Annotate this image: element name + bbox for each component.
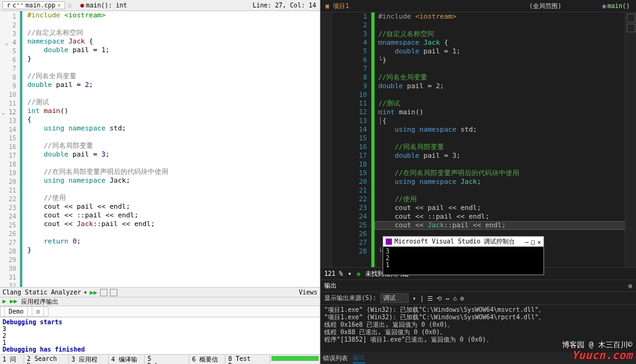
output-header: 应用程序输出 ▶ ▶▶ <box>0 297 320 306</box>
analyzer-label[interactable]: Clang Static Analyzer <box>2 289 81 296</box>
left-ide-pane: r c⁺⁺ main.cpp × ▥ ● main(): int Line: 2… <box>0 0 320 364</box>
play-all-icon[interactable]: ▶▶ <box>10 298 17 304</box>
bottom-tab[interactable]: 5 Debugger… <box>145 355 189 364</box>
toolstrip-btn[interactable] <box>627 14 635 22</box>
play-icon[interactable]: ▶ <box>2 298 6 304</box>
bottom-tab[interactable]: 8 Test Res… <box>225 355 270 364</box>
bottom-tab[interactable]: 4 编译输出 <box>109 355 145 364</box>
bottom-tab[interactable]: 6 概要信息 <box>189 355 225 364</box>
function-nav[interactable]: ● main(): int <box>76 2 130 9</box>
minimize-icon[interactable]: — <box>525 239 529 245</box>
current-line-highlight <box>375 221 636 230</box>
progress-bar <box>271 356 319 361</box>
dropdown-icon[interactable]: ▾ <box>83 289 87 296</box>
console-line: 3 <box>386 248 541 255</box>
perm-badge: r <box>7 2 11 9</box>
output-line: 3 <box>2 325 317 332</box>
output-panel-header: 输出 ⚙ <box>320 280 636 292</box>
output-settings-icon[interactable]: ⚙ <box>629 283 632 289</box>
tool-btn[interactable] <box>110 289 117 296</box>
bottom-tab[interactable]: 3 应用程序… <box>69 355 109 364</box>
left-code-content[interactable]: #include <iostream> //自定义名称空间 namespace … <box>20 11 320 287</box>
analyzer-bar: Clang Static Analyzer ▾ ▶▶ Views <box>0 287 320 297</box>
close-icon[interactable]: ⊠ <box>32 306 44 317</box>
output-title: 输出 <box>324 281 337 290</box>
right-line-gutter: 1234567891011121314151617181920212223242… <box>345 12 371 267</box>
zoom-dropdown-icon[interactable]: ▾ <box>348 270 352 277</box>
function-icon: ● <box>80 2 84 9</box>
bottom-tab-bar: 1 问题 2 Search R… 3 应用程序… 4 编译输出 5 Debugg… <box>0 354 320 364</box>
views-label[interactable]: Views <box>299 289 317 296</box>
cpp-file-icon: c⁺⁺ <box>12 2 24 9</box>
bottom-tab[interactable]: 2 Search R… <box>24 355 69 364</box>
output-line: 2 <box>2 332 317 339</box>
console-body: 3 2 1 <box>383 247 543 275</box>
tool-btn[interactable] <box>100 289 107 296</box>
output-tab-demo[interactable]: Demo ⊠ <box>0 306 48 317</box>
output-source-label: 显示输出来源(S): <box>324 294 376 303</box>
tab-splitter: ▥ <box>65 2 74 9</box>
watermark-site: Yuucn.com <box>571 348 632 362</box>
right-margin-strip <box>320 12 333 267</box>
project-crumb[interactable]: ▣ 项目1 <box>320 2 354 11</box>
watermark-blog: 博客园 @ 木三百川© <box>562 340 632 350</box>
output-label: 应用程序输出 <box>21 298 58 305</box>
debug-console-window[interactable]: Microsoft Visual Studio 调试控制台 — □ ✕ 3 2 … <box>383 236 544 275</box>
console-titlebar[interactable]: Microsoft Visual Studio 调试控制台 — □ ✕ <box>383 237 543 247</box>
output-body: Debugging starts 3 2 1 Debugging has fin… <box>0 317 320 354</box>
maximize-icon[interactable]: □ <box>531 239 535 245</box>
tab-filename: main.cpp <box>25 2 55 9</box>
right-tool-strip <box>625 12 636 267</box>
vs-icon <box>386 239 392 245</box>
output-source-bar: 显示输出来源(S): 调试 ▾ | ☰ ⟲ ↔ ⌂ ⚙ <box>320 292 636 305</box>
zoom-level[interactable]: 121 % <box>324 270 343 277</box>
right-editor[interactable]: 1234567891011121314151617181920212223242… <box>320 12 636 267</box>
tab-output[interactable]: 输出 <box>353 353 365 363</box>
output-toolbar[interactable]: ▾ | ☰ ⟲ ↔ ⌂ ⚙ <box>412 295 464 302</box>
scope-selector[interactable]: (全局范围) <box>529 2 561 11</box>
function-signature: main(): int <box>86 2 127 9</box>
file-tab[interactable]: r c⁺⁺ main.cpp × <box>2 1 65 9</box>
line-col-status: Line: 27, Col: 14 <box>253 2 320 9</box>
function-selector[interactable]: ◉main() <box>602 2 630 9</box>
left-line-gutter: 123⌄ 4567891011⌄ 12131415161718192021222… <box>0 11 20 287</box>
close-icon[interactable]: ✕ <box>537 239 541 245</box>
output-line: Debugging has finished <box>2 346 317 353</box>
right-code-content[interactable]: #include <iostream> //自定义名称空间 ⊟namespace… <box>371 12 636 267</box>
console-line: 1 <box>386 262 541 268</box>
run-icon[interactable]: ▶▶ <box>89 289 97 296</box>
method-icon: ◉ <box>602 2 606 9</box>
tab-error-list[interactable]: 错误列表 <box>323 354 348 363</box>
output-line: 1 <box>2 339 317 346</box>
output-line: Debugging starts <box>2 319 317 325</box>
no-issues-icon: ◉ <box>357 270 360 277</box>
close-icon[interactable]: × <box>57 2 61 9</box>
right-nav-bar: ▣ 项目1 (全局范围) ◉main() <box>320 0 636 12</box>
output-source-select[interactable]: 调试 <box>380 293 409 303</box>
toolstrip-btn[interactable] <box>627 24 635 32</box>
left-editor[interactable]: 123⌄ 4567891011⌄ 12131415161718192021222… <box>0 11 320 287</box>
console-title-text: Microsoft Visual Studio 调试控制台 <box>394 237 516 246</box>
bottom-tab[interactable]: 1 问题 <box>0 355 24 364</box>
left-tabbar: r c⁺⁺ main.cpp × ▥ ● main(): int Line: 2… <box>0 0 320 11</box>
output-tabs: Demo ⊠ <box>0 306 320 317</box>
right-ide-pane: ▣ 项目1 (全局范围) ◉main() 1234567891011121314… <box>320 0 636 364</box>
console-line: 2 <box>386 255 541 262</box>
